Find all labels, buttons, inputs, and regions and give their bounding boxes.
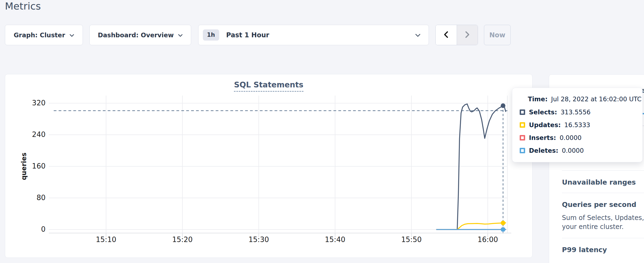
tooltip-time-value: Jul 28, 2022 at 16:02:00 UTC <box>551 96 641 103</box>
time-nav-arrows <box>435 25 478 45</box>
divider <box>562 170 644 171</box>
time-range-badge: 1h <box>203 29 219 41</box>
metrics-page: Metrics Graph: Cluster Dashboard: Overvi… <box>0 0 644 263</box>
dashboard-selector[interactable]: Dashboard: Overview <box>89 25 191 45</box>
page-title: Metrics <box>5 1 41 12</box>
tooltip-time-label: Time: <box>528 96 547 103</box>
tooltip-series-label: Updates: <box>529 121 561 129</box>
graph-selector[interactable]: Graph: Cluster <box>5 25 83 45</box>
y-axis-tick: 0 <box>5 225 46 233</box>
tooltip-series-row: Updates:16.5333 <box>520 121 642 129</box>
now-button[interactable]: Now <box>484 25 511 45</box>
series-marker-icon <box>520 122 525 128</box>
chart-plot-area[interactable] <box>5 74 533 258</box>
tooltip-series-row: Inserts:0.0000 <box>520 134 642 141</box>
tooltip-time-row: Time:Jul 28, 2022 at 16:02:00 UTC <box>528 96 642 103</box>
tooltip-series-rows: Selects:313.5556Updates:16.5333Inserts:0… <box>520 109 642 154</box>
chevron-right-icon <box>464 31 471 39</box>
divider <box>562 193 644 193</box>
prev-time-button[interactable] <box>436 25 457 45</box>
x-axis-tick: 15:30 <box>242 236 275 244</box>
series-marker-icon <box>520 109 525 115</box>
metric-description-title: Unavailable ranges <box>562 178 644 186</box>
series-marker-icon <box>520 135 525 140</box>
chart-tooltip: Time:Jul 28, 2022 at 16:02:00 UTC Select… <box>512 88 643 162</box>
x-axis-tick: 15:20 <box>166 236 199 244</box>
next-time-button[interactable] <box>457 25 478 45</box>
metric-description-text: Sum of Selects, Updates, Inseryour entir… <box>562 213 644 231</box>
tooltip-series-row: Deletes:0.0000 <box>520 147 642 154</box>
metric-description-title: Queries per second <box>562 201 644 209</box>
x-axis-tick: 15:40 <box>319 236 351 244</box>
tooltip-series-label: Inserts: <box>529 134 556 141</box>
chart-title-wrap: SQL Statements <box>5 80 532 92</box>
time-range-selector[interactable]: 1h Past 1 Hour <box>198 25 429 45</box>
y-axis-tick: 240 <box>5 130 46 139</box>
x-axis-tick: 16:00 <box>471 236 504 244</box>
tooltip-series-value: 313.5556 <box>561 109 591 116</box>
dashboard-selector-label: Dashboard: Overview <box>98 32 174 39</box>
tooltip-series-value: 0.0000 <box>562 147 584 154</box>
chevron-down-icon <box>178 34 183 37</box>
x-axis-tick: 15:50 <box>395 236 428 244</box>
chevron-left-icon <box>443 31 449 39</box>
y-axis-tick: 80 <box>5 194 46 202</box>
metric-descriptions: Unavailable rangesQueries per secondSum … <box>562 170 644 254</box>
chart-title[interactable]: SQL Statements <box>234 80 303 92</box>
chevron-down-icon <box>415 34 420 37</box>
tooltip-series-value: 0.0000 <box>559 134 581 141</box>
graph-selector-label: Graph: Cluster <box>14 32 65 39</box>
x-axis-tick: 15:10 <box>90 236 122 244</box>
tooltip-series-label: Selects: <box>529 109 557 116</box>
series-marker-icon <box>520 148 525 153</box>
divider <box>562 238 644 238</box>
chevron-down-icon <box>70 34 74 37</box>
metric-description-title: P99 latency <box>562 246 644 254</box>
y-axis-label: queries <box>20 146 28 187</box>
time-range-label: Past 1 Hour <box>226 31 415 39</box>
y-axis-tick: 320 <box>5 99 46 107</box>
tooltip-series-row: Selects:313.5556 <box>520 109 642 116</box>
sql-statements-chart-card: SQL Statements 320240160800 15:1015:2015… <box>5 74 532 258</box>
tooltip-series-value: 16.5333 <box>564 121 590 129</box>
tooltip-series-label: Deletes: <box>529 147 558 154</box>
